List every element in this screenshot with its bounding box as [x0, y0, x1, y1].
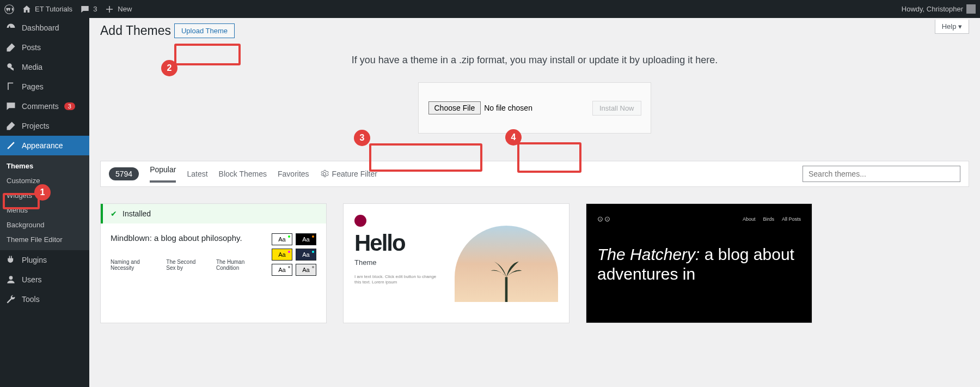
avatar — [966, 4, 976, 14]
page-title: Add Themes — [100, 23, 171, 38]
menu-tools[interactable]: Tools — [0, 289, 89, 309]
menu-projects[interactable]: Projects — [0, 116, 89, 136]
new-link[interactable]: New — [105, 4, 132, 14]
upload-area: If you have a theme in a .zip format, yo… — [100, 55, 969, 134]
menu-media[interactable]: Media — [0, 57, 89, 77]
filter-latest[interactable]: Latest — [187, 170, 207, 178]
theme3-title: The Hatchery: a blog about adventures in — [597, 245, 801, 284]
theme1-title: Mindblown: a blog about philosophy. — [111, 233, 261, 243]
page-header: Add Themes Upload Theme — [100, 23, 969, 38]
theme2-hello: Hello — [354, 230, 444, 256]
filter-popular[interactable]: Popular — [150, 165, 176, 183]
admin-sidebar: Dashboard Posts Media Pages Comments3 Pr… — [0, 18, 89, 387]
svg-point-4 — [9, 276, 13, 280]
upload-theme-button[interactable]: Upload Theme — [174, 23, 235, 38]
upload-box: Choose File No file chosen Install Now — [418, 82, 651, 134]
file-chooser: Choose File No file chosen — [428, 101, 532, 114]
choose-file-button[interactable]: Choose File — [428, 101, 481, 114]
help-tab[interactable]: Help — [935, 20, 969, 34]
svg-rect-3 — [9, 83, 14, 90]
comments-badge: 3 — [64, 102, 75, 110]
main-content: Help Add Themes Upload Theme If you have… — [89, 18, 980, 387]
theme-filter-bar: 5794 Popular Latest Block Themes Favorit… — [100, 161, 969, 187]
admin-toolbar: ET Tutorials 3 New Howdy, Christopher — [0, 0, 980, 18]
installed-banner: Installed — [101, 204, 326, 223]
elementor-icon — [354, 215, 366, 227]
theme-card-3[interactable]: ⊙⊙ About Birds All Posts The Hatchery: a… — [586, 203, 812, 323]
filter-block-themes[interactable]: Block Themes — [219, 170, 267, 178]
theme2-image — [455, 226, 558, 302]
menu-dashboard[interactable]: Dashboard — [0, 18, 89, 38]
appearance-submenu: Themes Customize Widgets Menus Backgroun… — [0, 155, 89, 250]
submenu-background[interactable]: Background — [0, 217, 89, 232]
theme-count: 5794 — [109, 167, 139, 180]
howdy-link[interactable]: Howdy, Christopher — [902, 4, 976, 14]
menu-posts[interactable]: Posts — [0, 38, 89, 57]
theme-card-2[interactable]: Hello Theme I am text block. Click edit … — [343, 203, 569, 323]
submenu-customize[interactable]: Customize — [0, 173, 89, 188]
file-status: No file chosen — [484, 104, 532, 112]
swatch-grid: AaAa AaAa AaAa — [272, 233, 316, 311]
theme-grid: Installed Mindblown: a blog about philos… — [100, 203, 969, 323]
install-now-button[interactable]: Install Now — [592, 101, 641, 116]
menu-plugins[interactable]: Plugins — [0, 250, 89, 270]
search-input[interactable] — [803, 166, 960, 182]
menu-comments[interactable]: Comments3 — [0, 96, 89, 116]
submenu-themes[interactable]: Themes — [0, 159, 89, 173]
feature-filter[interactable]: Feature Filter — [320, 170, 377, 178]
menu-pages[interactable]: Pages — [0, 77, 89, 96]
menu-users[interactable]: Users — [0, 270, 89, 289]
comments-link[interactable]: 3 — [80, 4, 97, 14]
theme-card-1[interactable]: Installed Mindblown: a blog about philos… — [100, 203, 327, 323]
submenu-widgets[interactable]: Widgets — [0, 188, 89, 203]
submenu-theme-file-editor[interactable]: Theme File Editor — [0, 232, 89, 247]
menu-appearance[interactable]: Appearance — [0, 136, 89, 155]
svg-rect-5 — [505, 277, 508, 302]
gear-icon — [320, 170, 329, 178]
theme2-lorem: I am text block. Click edit button to ch… — [354, 274, 444, 286]
filter-favorites[interactable]: Favorites — [278, 170, 309, 178]
upload-hint: If you have a theme in a .zip format, yo… — [100, 55, 969, 66]
theme3-logo: ⊙⊙ — [597, 215, 611, 223]
wp-logo[interactable] — [4, 4, 14, 14]
submenu-menus[interactable]: Menus — [0, 203, 89, 217]
site-link[interactable]: ET Tutorials — [22, 4, 72, 14]
theme2-sub: Theme — [354, 258, 444, 267]
